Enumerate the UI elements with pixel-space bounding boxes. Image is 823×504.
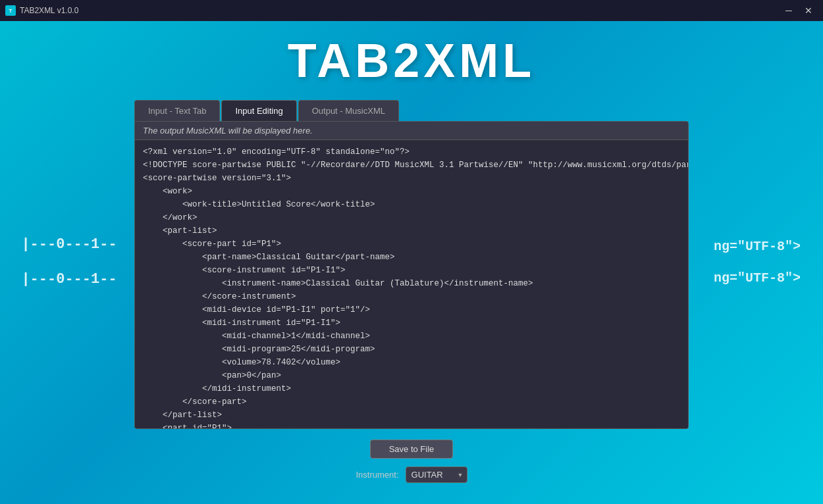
title-bar-left: T TAB2XML v1.0.0 [5, 5, 78, 16]
instrument-select[interactable]: GUITAR BASS UKULELE BANJO [406, 466, 467, 483]
tab-input-editing[interactable]: Input Editing [221, 100, 296, 121]
title-bar-controls: ─ ✕ [780, 1, 818, 20]
app-title: TAB2XML [288, 34, 536, 88]
editor-wrapper: The output MusicXML will be displayed he… [134, 121, 689, 429]
side-line-right-2: ng="UTF-8"> [714, 263, 801, 294]
instrument-select-wrapper: GUITAR BASS UKULELE BANJO [406, 466, 467, 483]
title-bar-title: TAB2XML v1.0.0 [20, 6, 78, 15]
app-icon: T [5, 5, 16, 16]
minimize-button[interactable]: ─ [780, 1, 798, 20]
main-content: Input - Text Tab Input Editing Output - … [134, 100, 689, 483]
instrument-label: Instrument: [356, 470, 398, 480]
tab-container: Input - Text Tab Input Editing Output - … [134, 100, 689, 121]
side-line-right-1: ng="UTF-8"> [714, 231, 801, 263]
instrument-row: Instrument: GUITAR BASS UKULELE BANJO ▼ [356, 466, 467, 483]
tab-output-musicxml[interactable]: Output - MusicXML [298, 100, 399, 121]
side-line-left-2: |---0---1-- [21, 263, 117, 297]
editor-body[interactable]: <?xml version="1.0" encoding="UTF-8" sta… [135, 140, 688, 429]
close-button[interactable]: ✕ [799, 1, 818, 20]
side-line-left-1: |---0---1-- [21, 228, 117, 263]
title-bar: T TAB2XML v1.0.0 ─ ✕ [0, 0, 823, 21]
bottom-controls: Save to File Instrument: GUITAR BASS UKU… [134, 440, 689, 483]
app-header: TAB2XML [0, 21, 823, 100]
code-content: <?xml version="1.0" encoding="UTF-8" sta… [135, 140, 688, 429]
tab-input-text[interactable]: Input - Text Tab [134, 100, 220, 121]
tab-bar: Input - Text Tab Input Editing Output - … [134, 100, 689, 121]
editor-notice: The output MusicXML will be displayed he… [135, 122, 688, 140]
save-to-file-button[interactable]: Save to File [370, 440, 454, 459]
